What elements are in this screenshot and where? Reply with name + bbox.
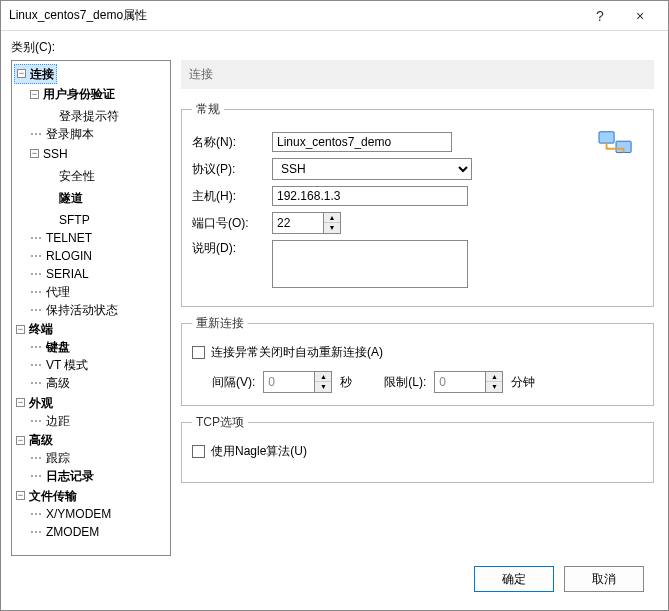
dialog-window: Linux_centos7_demo属性 ? × 类别(C): −连接 −用户身… (0, 0, 669, 611)
tree-auth[interactable]: −用户身份验证 (28, 85, 117, 103)
tree-ssh[interactable]: −SSH (28, 145, 70, 163)
titlebar: Linux_centos7_demo属性 ? × (1, 1, 668, 31)
tree-telnet[interactable]: ⋯TELNET (28, 229, 94, 247)
interval-spinner[interactable]: ▲▼ (263, 371, 332, 393)
tree-security[interactable]: 安全性 (42, 167, 97, 185)
interval-label: 间隔(V): (212, 374, 255, 391)
nagle-label: 使用Nagle算法(U) (211, 443, 307, 460)
tree-zmodem[interactable]: ⋯ZMODEM (28, 523, 101, 541)
limit-label: 限制(L): (384, 374, 426, 391)
tree-sftp[interactable]: SFTP (42, 211, 92, 229)
tree-keyboard[interactable]: ⋯键盘 (28, 338, 72, 356)
network-icon (597, 128, 635, 162)
reconnect-legend: 重新连接 (192, 315, 248, 332)
protocol-select[interactable]: SSH (272, 158, 472, 180)
svg-rect-0 (599, 132, 614, 143)
protocol-label: 协议(P): (192, 161, 262, 178)
tcp-legend: TCP选项 (192, 414, 248, 431)
content-area: 类别(C): −连接 −用户身份验证 登录提示符 ⋯登录脚本 (1, 31, 668, 610)
host-label: 主机(H): (192, 188, 262, 205)
tcp-fieldset: TCP选项 使用Nagle算法(U) (181, 414, 654, 483)
collapse-icon[interactable]: − (30, 90, 39, 99)
tree-adv-term[interactable]: ⋯高级 (28, 374, 72, 392)
settings-panel: 连接 常规 名称(N): 协议(P): SSH (181, 60, 658, 556)
collapse-icon[interactable]: − (16, 436, 25, 445)
panel-heading: 连接 (181, 60, 654, 89)
tree-advanced[interactable]: −高级 (14, 431, 55, 449)
seconds-label: 秒 (340, 374, 352, 391)
help-button[interactable]: ? (580, 8, 620, 24)
interval-up-icon[interactable]: ▲ (315, 372, 331, 382)
tree-keepalive[interactable]: ⋯保持活动状态 (28, 301, 120, 319)
interval-input (264, 372, 314, 392)
collapse-icon[interactable]: − (17, 69, 26, 78)
port-spinner[interactable]: ▲▼ (272, 212, 341, 234)
general-fieldset: 常规 名称(N): 协议(P): SSH (181, 101, 654, 307)
limit-down-icon[interactable]: ▼ (486, 382, 502, 392)
interval-down-icon[interactable]: ▼ (315, 382, 331, 392)
tree-connection[interactable]: −连接 (14, 64, 57, 84)
tree-rlogin[interactable]: ⋯RLOGIN (28, 247, 94, 265)
reconnect-fieldset: 重新连接 连接异常关闭时自动重新连接(A) 间隔(V): ▲▼ 秒 限制(L (181, 315, 654, 406)
category-tree[interactable]: −连接 −用户身份验证 登录提示符 ⋯登录脚本 −SSH 安全性 (11, 60, 171, 556)
tree-proxy[interactable]: ⋯代理 (28, 283, 72, 301)
port-up-icon[interactable]: ▲ (324, 213, 340, 223)
tree-appearance[interactable]: −外观 (14, 394, 55, 412)
collapse-icon[interactable]: − (16, 491, 25, 500)
tree-margin[interactable]: ⋯边距 (28, 412, 72, 430)
port-label: 端口号(O): (192, 215, 262, 232)
collapse-icon[interactable]: − (16, 398, 25, 407)
tree-log[interactable]: ⋯日志记录 (28, 467, 96, 485)
tree-login-prompt[interactable]: 登录提示符 (42, 107, 121, 125)
limit-input (435, 372, 485, 392)
tree-vtmode[interactable]: ⋯VT 模式 (28, 356, 90, 374)
tree-filetransfer[interactable]: −文件传输 (14, 487, 79, 505)
category-label: 类别(C): (11, 39, 658, 56)
collapse-icon[interactable]: − (30, 149, 39, 158)
tree-trace[interactable]: ⋯跟踪 (28, 449, 72, 467)
ok-button[interactable]: 确定 (474, 566, 554, 592)
minutes-label: 分钟 (511, 374, 535, 391)
reconnect-checkbox[interactable] (192, 346, 205, 359)
window-title: Linux_centos7_demo属性 (9, 7, 580, 24)
tree-serial[interactable]: ⋯SERIAL (28, 265, 91, 283)
general-legend: 常规 (192, 101, 224, 118)
nagle-checkbox[interactable] (192, 445, 205, 458)
collapse-icon[interactable]: − (16, 325, 25, 334)
reconnect-checkbox-label: 连接异常关闭时自动重新连接(A) (211, 344, 383, 361)
dialog-footer: 确定 取消 (11, 556, 658, 602)
name-label: 名称(N): (192, 134, 262, 151)
tree-login-script[interactable]: ⋯登录脚本 (28, 125, 96, 143)
tree-tunnel[interactable]: 隧道 (42, 189, 85, 207)
host-input[interactable] (272, 186, 468, 206)
tree-xymodem[interactable]: ⋯X/YMODEM (28, 505, 113, 523)
close-button[interactable]: × (620, 8, 660, 24)
limit-up-icon[interactable]: ▲ (486, 372, 502, 382)
cancel-button[interactable]: 取消 (564, 566, 644, 592)
limit-spinner[interactable]: ▲▼ (434, 371, 503, 393)
desc-label: 说明(D): (192, 240, 262, 257)
name-input[interactable] (272, 132, 452, 152)
port-input[interactable] (273, 213, 323, 233)
tree-terminal[interactable]: −终端 (14, 320, 55, 338)
main-row: −连接 −用户身份验证 登录提示符 ⋯登录脚本 −SSH 安全性 (11, 60, 658, 556)
desc-textarea[interactable] (272, 240, 468, 288)
port-down-icon[interactable]: ▼ (324, 223, 340, 233)
